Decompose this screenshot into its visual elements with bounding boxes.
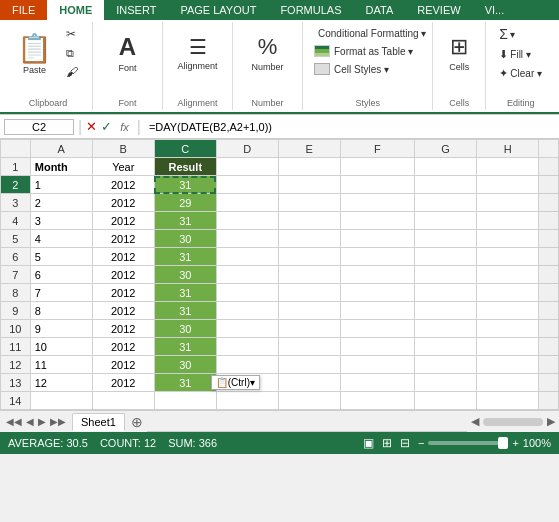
cell-h5[interactable] bbox=[477, 230, 539, 248]
tab-home[interactable]: HOME bbox=[47, 0, 104, 20]
cell-a4[interactable]: 3 bbox=[30, 212, 92, 230]
copy-button[interactable]: ⧉ bbox=[61, 44, 86, 62]
cell-g8[interactable] bbox=[415, 284, 477, 302]
tab-page-layout[interactable]: PAGE LAYOUT bbox=[168, 0, 268, 20]
number-button[interactable]: % Number bbox=[246, 24, 288, 82]
row-header-5[interactable]: 5 bbox=[1, 230, 31, 248]
cell-c1[interactable]: Result bbox=[154, 158, 216, 176]
scroll-tabs-forward[interactable]: ▶ bbox=[36, 416, 48, 427]
cell-e10[interactable] bbox=[278, 320, 340, 338]
cell-c8[interactable]: 31 bbox=[154, 284, 216, 302]
scroll-tabs-left[interactable]: ◀◀ bbox=[4, 416, 24, 427]
zoom-in-button[interactable]: + bbox=[512, 437, 518, 449]
cell-b8[interactable]: 2012 bbox=[92, 284, 154, 302]
cell-h8[interactable] bbox=[477, 284, 539, 302]
cell-f1[interactable] bbox=[340, 158, 414, 176]
hscroll-left[interactable]: ◀ bbox=[471, 415, 479, 428]
cell-c5[interactable]: 30 bbox=[154, 230, 216, 248]
row-header-6[interactable]: 6 bbox=[1, 248, 31, 266]
cell-f13[interactable] bbox=[340, 374, 414, 392]
cell-b11[interactable]: 2012 bbox=[92, 338, 154, 356]
cell-e6[interactable] bbox=[278, 248, 340, 266]
cell-g5[interactable] bbox=[415, 230, 477, 248]
cell-h2[interactable] bbox=[477, 176, 539, 194]
cell-e1[interactable] bbox=[278, 158, 340, 176]
cell-styles-button[interactable]: Cell Styles ▾ bbox=[309, 60, 426, 78]
cut-button[interactable]: ✂ bbox=[61, 25, 86, 43]
cell-g6[interactable] bbox=[415, 248, 477, 266]
cell-c2[interactable]: 31 bbox=[154, 176, 216, 194]
name-box[interactable] bbox=[4, 119, 74, 135]
cell-g1[interactable] bbox=[415, 158, 477, 176]
cell-h6[interactable] bbox=[477, 248, 539, 266]
row-header-12[interactable]: 12 bbox=[1, 356, 31, 374]
cell-e11[interactable] bbox=[278, 338, 340, 356]
cell-f7[interactable] bbox=[340, 266, 414, 284]
cell-d9[interactable] bbox=[216, 302, 278, 320]
tab-review[interactable]: REVIEW bbox=[405, 0, 472, 20]
cell-f10[interactable] bbox=[340, 320, 414, 338]
cell-c3[interactable]: 29 bbox=[154, 194, 216, 212]
cell-g7[interactable] bbox=[415, 266, 477, 284]
cell-h14[interactable] bbox=[477, 392, 539, 410]
tab-data[interactable]: DATA bbox=[354, 0, 406, 20]
paste-popup[interactable]: 📋(Ctrl)▾ bbox=[211, 375, 260, 390]
cell-b5[interactable]: 2012 bbox=[92, 230, 154, 248]
cell-e4[interactable] bbox=[278, 212, 340, 230]
cell-c12[interactable]: 30 bbox=[154, 356, 216, 374]
confirm-formula-button[interactable]: ✓ bbox=[101, 119, 112, 134]
row-header-1[interactable]: 1 bbox=[1, 158, 31, 176]
row-header-2[interactable]: 2 bbox=[1, 176, 31, 194]
cell-d1[interactable] bbox=[216, 158, 278, 176]
insert-function-button[interactable]: fx bbox=[120, 121, 129, 133]
cell-f5[interactable] bbox=[340, 230, 414, 248]
cell-g12[interactable] bbox=[415, 356, 477, 374]
cell-g14[interactable] bbox=[415, 392, 477, 410]
cell-c6[interactable]: 31 bbox=[154, 248, 216, 266]
paste-button[interactable]: 📋 Paste bbox=[10, 24, 59, 82]
col-header-e[interactable]: E bbox=[278, 140, 340, 158]
cell-c4[interactable]: 31 bbox=[154, 212, 216, 230]
row-header-4[interactable]: 4 bbox=[1, 212, 31, 230]
format-painter-button[interactable]: 🖌 bbox=[61, 63, 86, 81]
cell-a10[interactable]: 9 bbox=[30, 320, 92, 338]
cancel-formula-button[interactable]: ✕ bbox=[86, 119, 97, 134]
cell-h11[interactable] bbox=[477, 338, 539, 356]
cell-a1[interactable]: Month bbox=[30, 158, 92, 176]
cell-d4[interactable] bbox=[216, 212, 278, 230]
col-header-a[interactable]: A bbox=[30, 140, 92, 158]
cell-b4[interactable]: 2012 bbox=[92, 212, 154, 230]
cell-g2[interactable] bbox=[415, 176, 477, 194]
cell-a5[interactable]: 4 bbox=[30, 230, 92, 248]
col-header-c[interactable]: C bbox=[154, 140, 216, 158]
cell-a9[interactable]: 8 bbox=[30, 302, 92, 320]
cell-d11[interactable] bbox=[216, 338, 278, 356]
col-header-d[interactable]: D bbox=[216, 140, 278, 158]
cell-e14[interactable] bbox=[278, 392, 340, 410]
row-header-7[interactable]: 7 bbox=[1, 266, 31, 284]
cell-d3[interactable] bbox=[216, 194, 278, 212]
add-sheet-button[interactable]: ⊕ bbox=[127, 414, 147, 430]
cell-e8[interactable] bbox=[278, 284, 340, 302]
cell-a6[interactable]: 5 bbox=[30, 248, 92, 266]
cell-c7[interactable]: 30 bbox=[154, 266, 216, 284]
cell-b14[interactable] bbox=[92, 392, 154, 410]
cell-g9[interactable] bbox=[415, 302, 477, 320]
sheet-tab-sheet1[interactable]: Sheet1 bbox=[72, 413, 125, 431]
cell-b2[interactable]: 2012 bbox=[92, 176, 154, 194]
clear-button[interactable]: ✦ Clear ▾ bbox=[494, 64, 547, 82]
page-layout-icon[interactable]: ⊞ bbox=[382, 436, 392, 450]
cell-d12[interactable] bbox=[216, 356, 278, 374]
cell-f14[interactable] bbox=[340, 392, 414, 410]
cell-c10[interactable]: 30 bbox=[154, 320, 216, 338]
hscroll-bar[interactable] bbox=[483, 418, 543, 426]
cell-c11[interactable]: 31 bbox=[154, 338, 216, 356]
cell-c14[interactable] bbox=[154, 392, 216, 410]
row-header-8[interactable]: 8 bbox=[1, 284, 31, 302]
col-header-b[interactable]: B bbox=[92, 140, 154, 158]
cell-f2[interactable] bbox=[340, 176, 414, 194]
scroll-tabs-back[interactable]: ◀ bbox=[24, 416, 36, 427]
fill-button[interactable]: ⬇ Fill ▾ bbox=[494, 45, 536, 63]
cell-g4[interactable] bbox=[415, 212, 477, 230]
row-header-3[interactable]: 3 bbox=[1, 194, 31, 212]
